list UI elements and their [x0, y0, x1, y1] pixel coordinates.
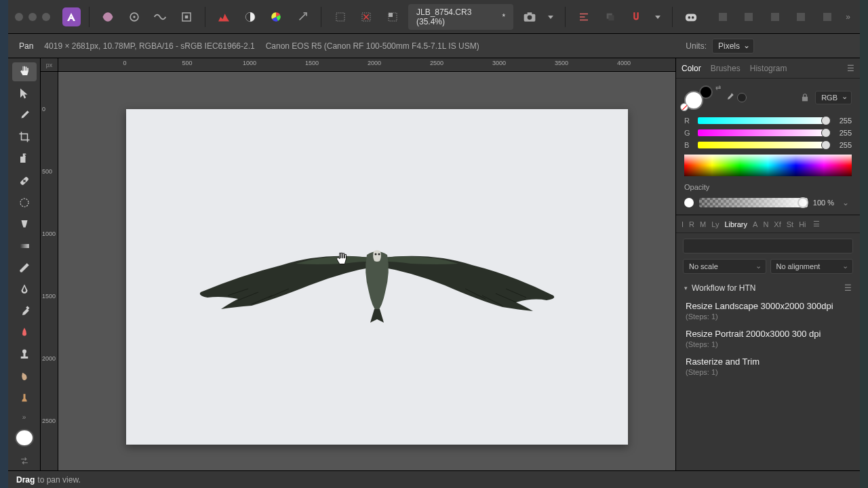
opacity-dropdown[interactable]: ⌄ [840, 198, 852, 207]
deselect-button[interactable] [356, 6, 377, 28]
r-slider[interactable] [698, 117, 827, 124]
assistant-button[interactable] [681, 6, 702, 28]
curves-button[interactable] [150, 6, 171, 28]
circle-adjust-button[interactable] [240, 6, 261, 28]
color-wheel-button[interactable] [266, 6, 287, 28]
panel-menu-button[interactable]: ☰ [847, 64, 854, 73]
tb-extra-2[interactable] [738, 6, 760, 28]
minimize-window-button[interactable] [28, 13, 37, 21]
macro-item[interactable]: Resize Landscape 3000x2000 300dpi (Steps… [683, 297, 853, 325]
swap-colors-button[interactable] [12, 455, 37, 466]
mini-tab-ly[interactable]: Ly [711, 220, 719, 228]
tb-extra-5[interactable] [817, 6, 838, 28]
tb-extra-4[interactable] [791, 6, 812, 28]
mini-tab-r[interactable]: R [689, 220, 694, 228]
sample-point-icon[interactable] [737, 93, 747, 102]
move-tool[interactable] [12, 84, 37, 103]
macro-item[interactable]: Rasterize and Trim (Steps: 1) [683, 352, 853, 380]
lock-icon[interactable] [800, 93, 810, 102]
library-search-input[interactable] [683, 239, 853, 253]
tab-brushes[interactable]: Brushes [711, 61, 741, 76]
b-slider[interactable] [698, 142, 827, 148]
close-window-button[interactable] [15, 13, 23, 21]
mini-tab-st[interactable]: St [787, 220, 793, 228]
g-value[interactable]: 255 [833, 129, 852, 137]
snap-dropdown[interactable] [652, 6, 664, 28]
toolbar-overflow-button[interactable]: » [843, 9, 853, 24]
selection-tool[interactable] [12, 193, 37, 212]
mini-tab-hi[interactable]: Hi [799, 220, 806, 228]
b-value[interactable]: 255 [833, 141, 852, 149]
eyedropper-icon[interactable] [724, 92, 734, 103]
tb-extra-1[interactable] [712, 6, 733, 28]
burn-tool[interactable] [12, 323, 37, 342]
mini-tab-n[interactable]: N [763, 220, 768, 228]
svg-point-32 [378, 253, 380, 256]
crop-tool[interactable] [12, 127, 37, 146]
maximize-window-button[interactable] [42, 13, 50, 21]
canvas-viewport[interactable] [58, 72, 675, 470]
opacity-value[interactable]: 100 % [813, 199, 834, 207]
crop-preset-button[interactable] [176, 6, 197, 28]
histogram-adjust-button[interactable] [214, 6, 235, 28]
svg-rect-15 [686, 14, 696, 21]
align-button[interactable] [574, 6, 595, 28]
document-modified-indicator: * [502, 12, 506, 22]
camera-dropdown[interactable] [545, 6, 557, 28]
arrange-button-1[interactable] [600, 6, 621, 28]
macro-list: Resize Landscape 3000x2000 300dpi (Steps… [683, 297, 853, 380]
brush-tool[interactable] [12, 106, 37, 125]
paint-tool[interactable] [12, 258, 37, 277]
persona-button[interactable] [98, 6, 119, 28]
sharpen-tool[interactable] [12, 280, 37, 299]
tab-color[interactable]: Color [682, 61, 701, 76]
macro-group-header[interactable]: ▾ Workflow for HTN ☰ [683, 279, 853, 297]
document-canvas[interactable] [126, 109, 628, 445]
r-value[interactable]: 255 [833, 117, 852, 125]
snap-button[interactable] [626, 6, 647, 28]
foreground-color-swatch[interactable] [15, 429, 34, 447]
tab-histogram[interactable]: Histogram [750, 61, 787, 76]
color-mode-select[interactable]: RGB [815, 91, 852, 104]
mini-tab-a[interactable]: A [753, 220, 757, 228]
eyedropper-tool[interactable] [12, 302, 37, 321]
mini-tab-i[interactable]: I [682, 220, 684, 228]
horizontal-ruler[interactable]: 0 500 1000 1500 2000 2500 3000 3500 4000 [58, 58, 675, 72]
camera-button[interactable] [519, 6, 540, 28]
invert-select-button[interactable] [382, 6, 403, 28]
mini-tab-xf[interactable]: Xf [774, 220, 781, 228]
ruler-unit-label: px [41, 58, 58, 72]
clone-tool[interactable] [12, 149, 37, 168]
no-color-swatch[interactable] [680, 103, 688, 111]
mini-tab-m[interactable]: M [700, 220, 706, 228]
heal-tool[interactable] [12, 171, 37, 190]
fx-button[interactable] [123, 6, 144, 28]
color-spectrum[interactable] [684, 155, 852, 176]
mini-tab-library[interactable]: Library [724, 220, 747, 228]
tools-overflow-button[interactable]: » [20, 411, 29, 424]
alignment-select[interactable]: No alignment [770, 259, 854, 274]
document-tab[interactable]: JLB_8754.CR3 (35.4%) * [408, 4, 513, 30]
auto-adjust-button[interactable] [292, 6, 313, 28]
vertical-ruler[interactable]: 0 500 1000 1500 2000 2500 [41, 72, 58, 470]
flood-select-tool[interactable] [12, 215, 37, 234]
tb-extra-3[interactable] [765, 6, 786, 28]
svg-rect-26 [20, 244, 29, 248]
g-label: G [684, 129, 692, 137]
status-hint: to pan view. [37, 475, 80, 485]
stamp-tool[interactable] [12, 345, 37, 364]
smudge-tool[interactable] [12, 367, 37, 386]
svg-rect-3 [184, 15, 188, 18]
pan-tool[interactable] [12, 62, 37, 81]
units-select[interactable]: Pixels [712, 39, 754, 54]
g-slider[interactable] [698, 129, 827, 136]
studio-panel-menu[interactable]: ☰ [813, 220, 820, 228]
opacity-slider[interactable] [699, 198, 808, 207]
gradient-tool[interactable] [12, 237, 37, 256]
macro-item[interactable]: Resize Portrait 2000x3000 300 dpi (Steps… [683, 325, 853, 352]
swap-colors-icon[interactable]: ⇄ [715, 84, 721, 92]
select-all-button[interactable] [330, 6, 351, 28]
more-tool[interactable] [12, 389, 37, 408]
scale-select[interactable]: No scale [683, 259, 766, 274]
macro-group-menu[interactable]: ☰ [844, 283, 852, 293]
